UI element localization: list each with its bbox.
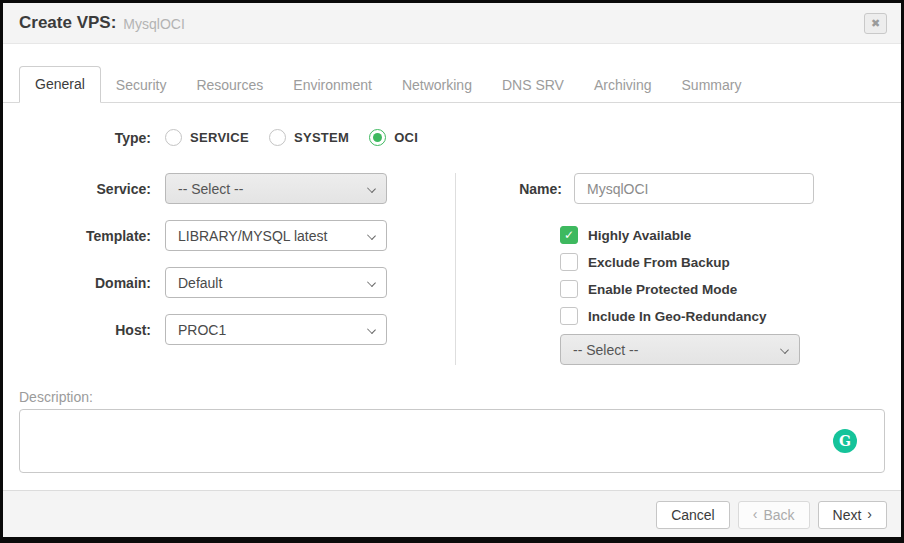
radio-oci-label: OCI [394,130,418,145]
radio-service-label: SERVICE [190,130,249,145]
cancel-button[interactable]: Cancel [656,501,730,529]
checkbox-include-in-geo-redundancy[interactable]: ✓ Include In Geo-Redundancy [560,307,885,325]
template-row: Template: LIBRARY/MYSQL latest [19,220,455,251]
checkbox-label: Exclude From Backup [588,255,730,270]
type-row: Type: SERVICE SYSTEM OCI [19,129,885,146]
host-row: Host: PROC1 [19,314,455,345]
service-label: Service: [19,181,165,197]
template-select-value: LIBRARY/MYSQL latest [178,228,327,244]
radio-icon [269,129,286,146]
description-textarea-wrap: G [19,409,885,473]
checkbox-label: Highly Available [588,228,691,243]
form-columns: Service: -- Select -- Template: LIBRARY/… [19,173,885,365]
name-row: Name: [502,173,885,204]
tab-dns-srv[interactable]: DNS SRV [487,68,579,103]
service-select[interactable]: -- Select -- [165,173,387,204]
service-select-value: -- Select -- [178,181,243,197]
next-button-label: Next [833,507,862,523]
checkbox-highly-available[interactable]: ✓ Highly Available [560,226,885,244]
description-textarea[interactable] [19,409,885,473]
back-button-label: Back [763,507,794,523]
geo-select-value: -- Select -- [573,342,638,358]
tab-archiving[interactable]: Archiving [579,68,667,103]
dialog-footer: Cancel ‹Back Next› [3,490,901,538]
template-label: Template: [19,228,165,244]
host-select-value: PROC1 [178,322,226,338]
description-block: Description: G [19,389,885,473]
checkbox-label: Include In Geo-Redundancy [588,309,767,324]
next-arrow-icon: › [867,506,872,522]
type-label: Type: [19,130,165,146]
create-vps-dialog: Create VPS: MysqlOCI ✖ General Security … [0,0,904,543]
dialog-header: Create VPS: MysqlOCI ✖ [3,3,901,44]
checkbox-icon: ✓ [560,253,578,271]
radio-oci[interactable]: OCI [369,129,418,146]
chevron-down-icon [367,184,376,193]
tab-bar: General Security Resources Environment N… [3,67,901,103]
radio-system-label: SYSTEM [294,130,349,145]
domain-row: Domain: Default [19,267,455,298]
domain-select-value: Default [178,275,222,291]
checkbox-icon: ✓ [560,307,578,325]
domain-label: Domain: [19,275,165,291]
checkbox-enable-protected-mode[interactable]: ✓ Enable Protected Mode [560,280,885,298]
tab-resources[interactable]: Resources [181,68,278,103]
dialog-title-value: MysqlOCI [123,16,184,32]
service-row: Service: -- Select -- [19,173,455,204]
checkbox-icon: ✓ [560,226,578,244]
grammarly-icon[interactable]: G [833,429,857,453]
next-button[interactable]: Next› [818,501,887,529]
checkbox-label: Enable Protected Mode [588,282,737,297]
close-icon[interactable]: ✖ [864,13,887,34]
cancel-button-label: Cancel [671,507,715,523]
checkmark-icon: ✓ [564,229,574,241]
name-input[interactable] [574,173,814,204]
domain-select[interactable]: Default [165,267,387,298]
host-label: Host: [19,322,165,338]
template-select[interactable]: LIBRARY/MYSQL latest [165,220,387,251]
host-select[interactable]: PROC1 [165,314,387,345]
radio-icon [165,129,182,146]
radio-system[interactable]: SYSTEM [269,129,349,146]
checkbox-list: ✓ Highly Available ✓ Exclude From Backup… [560,226,885,325]
tab-environment[interactable]: Environment [278,68,387,103]
type-radio-group: SERVICE SYSTEM OCI [165,129,418,146]
dialog-title: Create VPS: [19,13,116,33]
tab-general[interactable]: General [19,66,101,103]
radio-service[interactable]: SERVICE [165,129,249,146]
description-label: Description: [19,389,885,405]
right-column: Name: ✓ Highly Available ✓ Exclude From … [455,173,885,365]
radio-icon [369,129,386,146]
back-button[interactable]: ‹Back [738,501,810,529]
tab-summary[interactable]: Summary [667,68,757,103]
geo-redundancy-select[interactable]: -- Select -- [560,334,800,365]
chevron-down-icon [367,231,376,240]
chevron-down-icon [780,345,789,354]
checkbox-icon: ✓ [560,280,578,298]
checkbox-exclude-from-backup[interactable]: ✓ Exclude From Backup [560,253,885,271]
back-arrow-icon: ‹ [753,506,758,522]
chevron-down-icon [367,278,376,287]
tab-panel-general: Type: SERVICE SYSTEM OCI S [3,103,901,473]
tab-networking[interactable]: Networking [387,68,487,103]
tab-security[interactable]: Security [101,68,182,103]
left-column: Service: -- Select -- Template: LIBRARY/… [19,173,455,365]
name-label: Name: [502,181,574,197]
chevron-down-icon [367,325,376,334]
